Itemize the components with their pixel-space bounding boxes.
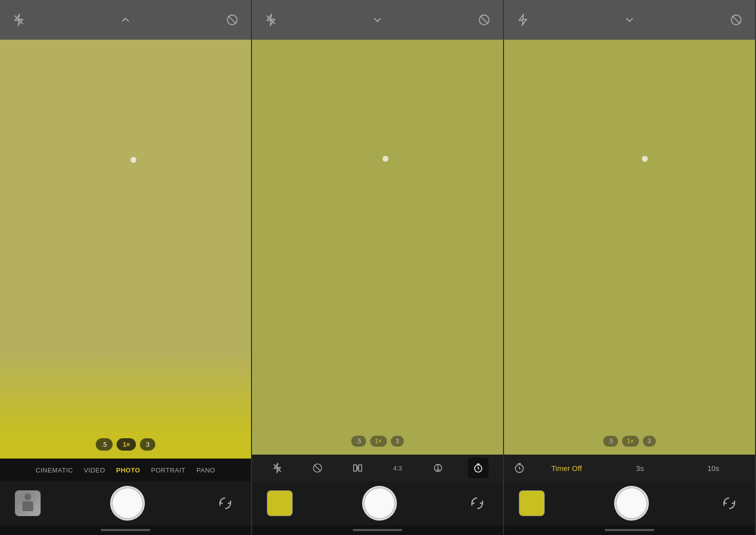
zoom-05-btn-2[interactable]: .5 — [351, 436, 366, 447]
svg-line-3 — [228, 16, 236, 23]
zoom-05-btn-1[interactable]: .5 — [96, 438, 113, 451]
bottom-controls-2 — [252, 481, 503, 525]
zoom-buttons-3: .5 1× 3 — [504, 436, 755, 447]
shutter-button-2[interactable] — [362, 486, 397, 521]
mode-portrait[interactable]: PORTRAIT — [151, 467, 186, 474]
phone-panel-2: .5 1× 3 4:3 — [252, 0, 504, 535]
top-bar-3 — [504, 0, 755, 40]
person-body — [22, 501, 33, 511]
bottom-controls-3 — [504, 481, 755, 525]
top-bar-1 — [0, 0, 251, 40]
mode-bar-1: CINEMATIC VIDEO PHOTO PORTRAIT PANO — [0, 459, 251, 481]
timer-icon-3[interactable] — [509, 458, 530, 478]
quick-exposure-btn[interactable] — [428, 458, 448, 478]
zoom-buttons-2: .5 1× 3 — [252, 436, 503, 447]
timer-bar-3: Timer Off 3s 10s — [504, 455, 755, 481]
zoom-05-btn-3[interactable]: .5 — [603, 436, 618, 447]
zoom-3-btn-1[interactable]: 3 — [140, 438, 155, 451]
timer-3s-option[interactable]: 3s — [603, 455, 677, 481]
svg-rect-13 — [358, 465, 361, 471]
home-indicator-3 — [504, 525, 755, 535]
viewfinder-3: .5 1× 3 — [504, 40, 755, 455]
quick-ratio-btn[interactable]: 4:3 — [387, 458, 408, 478]
svg-line-7 — [480, 16, 488, 23]
top-bar-2 — [252, 0, 503, 40]
thumbnail-2[interactable] — [267, 490, 293, 516]
chevron-down-button-2[interactable] — [369, 11, 386, 29]
mode-pano[interactable]: PANO — [196, 467, 215, 474]
shutter-inner-2 — [365, 488, 394, 518]
flip-camera-button-1[interactable] — [214, 492, 236, 514]
mode-cinematic[interactable]: CINEMATIC — [36, 467, 73, 474]
shutter-inner-3 — [617, 488, 646, 518]
person-silhouette — [20, 493, 35, 513]
focus-dot-2 — [382, 156, 388, 162]
flip-camera-button-3[interactable] — [718, 492, 740, 514]
chevron-down-button-3[interactable] — [621, 11, 638, 29]
viewfinder-1: .5 1× 3 — [0, 40, 251, 459]
thumbnail-3[interactable] — [519, 490, 545, 516]
quick-bar-2: 4:3 — [252, 455, 503, 481]
svg-rect-12 — [353, 465, 356, 471]
shutter-button-1[interactable] — [110, 486, 145, 521]
bottom-controls-1 — [0, 481, 251, 525]
flash-off-button-2[interactable] — [262, 11, 280, 29]
home-bar-3 — [605, 529, 654, 531]
timer-10s-option[interactable]: 10s — [677, 455, 750, 481]
chevron-up-button-1[interactable] — [117, 11, 134, 29]
thumbnail-1[interactable] — [15, 490, 41, 516]
live-off-button-1[interactable] — [223, 11, 241, 29]
quick-timer-btn[interactable] — [468, 458, 489, 478]
thumbnail-image-1 — [15, 491, 40, 516]
live-off-button-2[interactable] — [475, 11, 493, 29]
person-head — [24, 493, 31, 500]
quick-flip-btn[interactable] — [347, 458, 368, 478]
flash-off-button-1[interactable] — [10, 11, 28, 29]
timer-off-option[interactable]: Timer Off — [530, 455, 603, 481]
phone-panel-3: .5 1× 3 Timer Off 3s 10s — [504, 0, 756, 535]
shutter-button-3[interactable] — [614, 486, 649, 521]
quick-live-btn[interactable] — [307, 458, 328, 478]
thumbnail-image-3 — [519, 491, 544, 516]
zoom-buttons-1: .5 1× 3 — [0, 438, 251, 451]
phone-panel-1: .5 1× 3 CINEMATIC VIDEO PHOTO PORTRAIT P… — [0, 0, 252, 535]
home-bar-1 — [101, 529, 150, 531]
svg-line-11 — [314, 465, 320, 471]
mode-photo[interactable]: PHOTO — [116, 467, 140, 474]
flash-off-button-3[interactable] — [514, 11, 532, 29]
zoom-3-btn-2[interactable]: 3 — [391, 436, 404, 447]
svg-marker-19 — [519, 14, 526, 25]
flip-camera-button-2[interactable] — [466, 492, 488, 514]
focus-dot-1 — [130, 157, 136, 163]
quick-flash-btn[interactable] — [267, 458, 288, 478]
home-indicator-2 — [252, 525, 503, 535]
live-off-button-3[interactable] — [727, 11, 745, 29]
zoom-1x-btn-2[interactable]: 1× — [370, 436, 387, 447]
focus-dot-3 — [642, 156, 648, 162]
zoom-1x-btn-3[interactable]: 1× — [622, 436, 639, 447]
viewfinder-2: .5 1× 3 — [252, 40, 503, 455]
thumbnail-image-2 — [267, 491, 292, 516]
zoom-1x-btn-1[interactable]: 1× — [117, 438, 136, 451]
shutter-inner-1 — [113, 488, 142, 518]
home-indicator-1 — [0, 525, 251, 535]
svg-line-21 — [732, 16, 740, 23]
home-bar-2 — [353, 529, 402, 531]
mode-video[interactable]: VIDEO — [84, 467, 105, 474]
zoom-3-btn-3[interactable]: 3 — [643, 436, 656, 447]
